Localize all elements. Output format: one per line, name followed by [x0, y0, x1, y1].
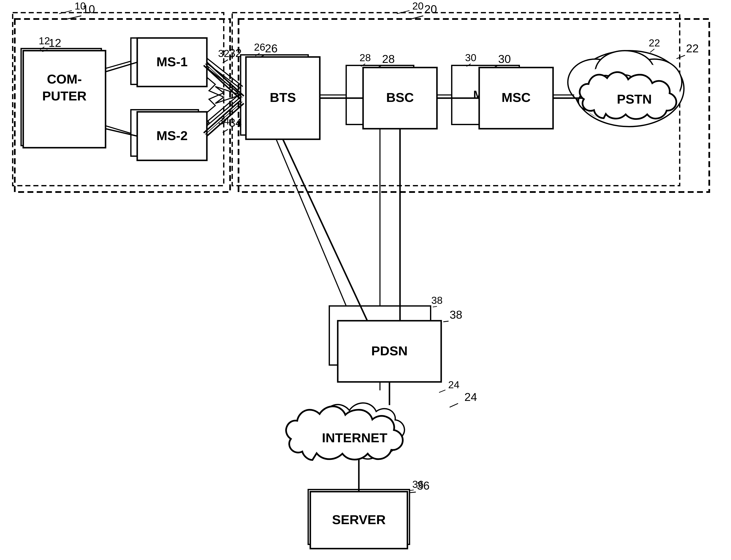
ms2-label: MS-2: [156, 128, 188, 143]
bsc-label: BSC: [386, 90, 414, 105]
computer-label: COM-: [47, 72, 82, 86]
internet-cloud: INTERNET: [286, 406, 403, 460]
msc-label: MSC: [502, 90, 531, 105]
computer-label2: PUTER: [42, 89, 87, 103]
pstn-ref-num: 22: [686, 42, 699, 55]
svg-line-28: [205, 64, 242, 97]
svg-line-37: [443, 321, 449, 322]
svg-line-27: [204, 65, 241, 99]
server-label: SERVER: [332, 512, 386, 527]
internet-label: INTERNET: [322, 430, 388, 445]
group10-ref-num: 10: [82, 3, 95, 15]
main-diagram: .lbl { font-family: Arial, sans-serif; f…: [0, 0, 731, 560]
ms1-label: MS-1: [156, 54, 188, 69]
computer-ref-num: 12: [49, 37, 61, 49]
svg-line-36: [677, 55, 685, 59]
bts-to-pdsn-line: [283, 139, 367, 321]
pstn-label: PSTN: [617, 92, 652, 106]
pdsn-ref-num: 38: [450, 308, 462, 321]
wireless2-ref-num: 34: [229, 116, 242, 129]
svg-line-38: [450, 403, 458, 407]
bsc-ref-num: 28: [382, 53, 395, 65]
wireless1-ref-num: 32: [229, 47, 242, 59]
svg-line-29: [223, 129, 228, 133]
comp-ms2-line: [105, 129, 137, 136]
svg-line-39: [410, 492, 416, 493]
pstn-cloud: PSTN: [580, 72, 676, 119]
server-ref-num: 36: [417, 479, 430, 492]
msc-ref-num: 30: [498, 53, 511, 65]
bts-label: BTS: [270, 90, 296, 105]
internet-ref-num: 24: [465, 391, 477, 403]
pdsn-label: PDSN: [371, 344, 408, 358]
comp-ms1-line: [105, 62, 137, 72]
svg-line-25: [223, 60, 228, 63]
bts-ref-num: 26: [265, 42, 277, 55]
group20-ref-num: 20: [424, 3, 437, 15]
